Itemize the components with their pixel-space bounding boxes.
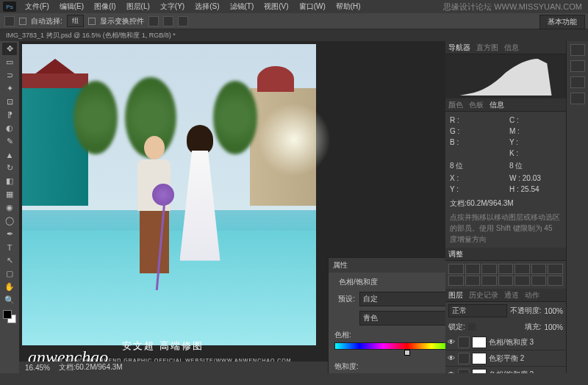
mask-thumb[interactable] [472, 337, 487, 348]
doc-size: 文档:60.2M/964.3M [59, 362, 123, 373]
adj-invert-icon[interactable] [498, 276, 514, 286]
adj-vibrance-icon[interactable] [514, 264, 530, 274]
menu-filter[interactable]: 滤镜(T) [226, 1, 259, 12]
channel-dropdown[interactable]: 青色 [359, 311, 445, 325]
opacity-value[interactable]: 100% [544, 307, 563, 315]
align-icon[interactable] [163, 16, 173, 26]
history-brush-tool[interactable]: ↻ [2, 162, 17, 174]
zoom-tool[interactable]: 🔍 [2, 294, 17, 306]
show-transform-checkbox[interactable] [88, 18, 96, 25]
preset-dropdown[interactable]: 自定 [359, 292, 445, 306]
tab-info2[interactable]: 信息 [490, 100, 504, 110]
heal-tool[interactable]: ◐ [2, 122, 17, 134]
blur-tool[interactable]: ◉ [2, 201, 17, 214]
adj-lookup-icon[interactable] [481, 276, 497, 286]
document-canvas[interactable] [22, 44, 316, 345]
tab-navigator[interactable]: 导航器 [448, 43, 470, 53]
tab-adjustments[interactable]: 调整 [448, 249, 463, 259]
dodge-tool[interactable]: ◯ [2, 215, 17, 227]
properties-title: 属性 [333, 260, 348, 270]
adj-thumb-icon [458, 337, 470, 348]
menu-layer[interactable]: 图层(L) [122, 1, 154, 12]
menu-file[interactable]: 文件(F) [21, 1, 54, 12]
color-swatch[interactable] [3, 310, 16, 323]
adj-curves-icon[interactable] [481, 264, 497, 274]
wand-tool[interactable]: ✦ [2, 82, 17, 95]
workspace-dropdown[interactable]: 基本功能 [539, 15, 585, 29]
adj-bw-icon[interactable] [548, 264, 563, 274]
layer-row[interactable]: 👁色彩平衡 2 [445, 350, 566, 367]
menu-window[interactable]: 窗口(W) [295, 1, 330, 12]
adj-exposure-icon[interactable] [498, 264, 514, 274]
menu-help[interactable]: 帮助(H) [331, 1, 365, 12]
adj-gradmap-icon[interactable] [548, 276, 563, 286]
layer-name: 色相/饱和度 2 [489, 370, 534, 374]
document-tab[interactable]: IMG_3783_1 拷贝.psd @ 16.5% (色相/饱和度 1, RGB… [0, 29, 588, 41]
auto-select-dropdown[interactable]: 组 [67, 15, 84, 27]
visibility-icon[interactable]: 👁 [447, 338, 456, 346]
auto-select-checkbox[interactable] [19, 18, 26, 25]
watermark-sub: 安文超 高端修图 [122, 339, 204, 353]
visibility-icon[interactable]: 👁 [447, 370, 456, 373]
align-icon[interactable] [148, 16, 159, 26]
layer-row[interactable]: 👁色相/饱和度 3 [445, 334, 566, 350]
panel-icon[interactable] [570, 93, 585, 104]
adj-thresh-icon[interactable] [531, 276, 547, 286]
tab-history[interactable]: 历史记录 [469, 290, 498, 301]
lock-icon[interactable] [468, 323, 476, 331]
move-tool[interactable]: ✥ [2, 43, 17, 55]
gradient-tool[interactable]: ▦ [2, 188, 17, 201]
lasso-tool[interactable]: ⊃ [2, 69, 17, 82]
eraser-tool[interactable]: ◧ [2, 175, 17, 187]
fill-label: 填充: [525, 322, 542, 332]
layers-list: 👁色相/饱和度 3👁色彩平衡 2👁色相/饱和度 2👁亮度/对比 1👁色相/饱和度… [445, 334, 566, 373]
hand-tool[interactable]: ✋ [2, 281, 17, 293]
adj-levels-icon[interactable] [465, 264, 481, 274]
adj-chmix-icon[interactable] [465, 276, 481, 286]
properties-panel: 属性≡ 色相/饱和度 预设:自定 青色 色相:-12 饱和度:0 明度:0 ⁋⁋… [328, 257, 445, 373]
layer-row[interactable]: 👁色相/饱和度 2 [445, 367, 566, 373]
eyedropper-tool[interactable]: ⁋ [2, 109, 17, 121]
stamp-tool[interactable]: ▲ [2, 148, 17, 161]
menu-view[interactable]: 视图(V) [259, 1, 293, 12]
tab-swatch[interactable]: 色板 [469, 100, 484, 110]
zoom-level[interactable]: 16.45% [25, 364, 50, 372]
tab-info[interactable]: 信息 [504, 43, 519, 53]
shape-tool[interactable]: ▢ [2, 267, 17, 280]
visibility-icon[interactable]: 👁 [447, 354, 456, 362]
path-tool[interactable]: ↖ [2, 254, 17, 267]
adj-brightness-icon[interactable] [448, 264, 464, 274]
tab-actions[interactable]: 动作 [525, 290, 539, 301]
fill-value[interactable]: 100% [544, 323, 563, 331]
opacity-label: 不透明度: [510, 306, 542, 316]
mask-thumb[interactable] [472, 353, 487, 364]
align-icon[interactable] [178, 16, 188, 26]
menu-select[interactable]: 选择(S) [190, 1, 223, 12]
crop-tool[interactable]: ⊡ [2, 96, 17, 108]
panel-icon[interactable] [570, 60, 585, 72]
menu-type[interactable]: 文字(Y) [156, 1, 189, 12]
collapsed-panels [566, 41, 588, 373]
adjustments-grid [445, 261, 566, 289]
canvas-area: anwenchao 安文超 高端修图 AN WENCHAO HI-END GRA… [19, 41, 445, 373]
adj-photo-icon[interactable] [448, 276, 464, 286]
adj-poster-icon[interactable] [514, 276, 530, 286]
adj-hue-icon[interactable] [531, 264, 547, 274]
menu-image[interactable]: 图像(I) [90, 1, 120, 12]
type-tool[interactable]: T [2, 241, 17, 253]
pen-tool[interactable]: ✒ [2, 228, 17, 240]
tab-color[interactable]: 颜色 [448, 100, 463, 110]
move-tool-icon[interactable] [4, 16, 15, 26]
panel-icon[interactable] [570, 44, 585, 56]
blend-mode-dropdown[interactable]: 正常 [448, 304, 507, 317]
tab-histogram[interactable]: 直方图 [476, 43, 498, 53]
menu-edit[interactable]: 编辑(E) [55, 1, 88, 12]
sat-label: 饱和度: [334, 361, 359, 373]
hue-slider[interactable] [334, 342, 445, 350]
brush-tool[interactable]: ✎ [2, 135, 17, 148]
tab-channels[interactable]: 通道 [504, 290, 519, 301]
mask-thumb[interactable] [472, 369, 487, 374]
panel-icon[interactable] [570, 76, 585, 88]
tab-layers[interactable]: 图层 [448, 290, 463, 301]
marquee-tool[interactable]: ▭ [2, 56, 17, 68]
